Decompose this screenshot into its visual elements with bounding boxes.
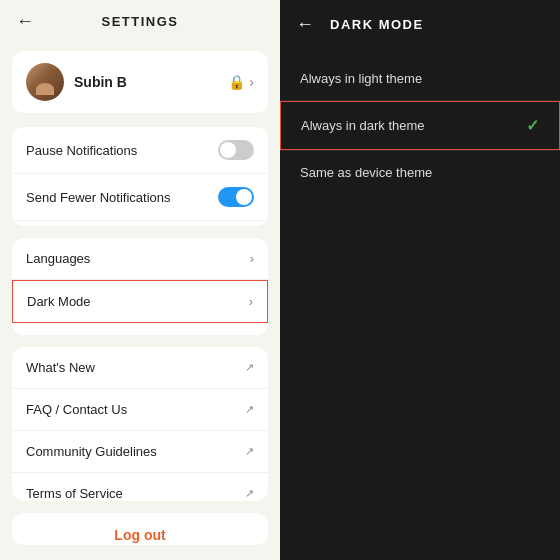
spatial-audio-item[interactable]: Spatial Audio <box>12 323 268 334</box>
profile-left: Subin B <box>26 63 127 101</box>
device-theme-label: Same as device theme <box>300 165 432 180</box>
whats-new-item[interactable]: What's New ↗ <box>12 347 268 389</box>
community-item[interactable]: Community Guidelines ↗ <box>12 431 268 473</box>
dark-mode-label: Dark Mode <box>27 294 91 309</box>
profile-name: Subin B <box>74 74 127 90</box>
dark-mode-options: Always in light theme Always in dark the… <box>280 57 560 194</box>
terms-item[interactable]: Terms of Service ↗ <box>12 473 268 501</box>
fewer-notifications-label: Send Fewer Notifications <box>26 190 171 205</box>
settings-title: SETTINGS <box>101 14 178 29</box>
notification-settings-item[interactable]: Notification Settings › <box>12 221 268 226</box>
whats-new-label: What's New <box>26 360 95 375</box>
settings-panel: ← SETTINGS Subin B 🔒 › Pause Notificatio… <box>0 0 280 560</box>
profile-arrow: › <box>249 74 254 90</box>
links-group: What's New ↗ FAQ / Contact Us ↗ Communit… <box>12 347 268 501</box>
dark-theme-option[interactable]: Always in dark theme ✓ <box>280 101 560 150</box>
dark-mode-arrow: › <box>249 294 253 309</box>
languages-label: Languages <box>26 251 90 266</box>
community-label: Community Guidelines <box>26 444 157 459</box>
pause-notifications-label: Pause Notifications <box>26 143 137 158</box>
community-arrow: ↗ <box>245 445 254 458</box>
dark-theme-label: Always in dark theme <box>301 118 425 133</box>
logout-section: Log out <box>12 513 268 545</box>
languages-arrow: › <box>250 251 254 266</box>
light-theme-option[interactable]: Always in light theme <box>280 57 560 101</box>
avatar <box>26 63 64 101</box>
faq-item[interactable]: FAQ / Contact Us ↗ <box>12 389 268 431</box>
device-theme-option[interactable]: Same as device theme <box>280 150 560 194</box>
settings-header: ← SETTINGS <box>0 0 280 43</box>
fewer-notifications-toggle[interactable] <box>218 187 254 207</box>
preferences-group: Languages › Dark Mode › Spatial Audio <box>12 238 268 334</box>
faq-label: FAQ / Contact Us <box>26 402 127 417</box>
dark-mode-title: DARK MODE <box>330 17 424 32</box>
back-button[interactable]: ← <box>16 11 34 32</box>
languages-item[interactable]: Languages › <box>12 238 268 280</box>
profile-right: 🔒 › <box>228 74 254 90</box>
dark-mode-header: ← DARK MODE <box>280 0 560 49</box>
whats-new-arrow: ↗ <box>245 361 254 374</box>
terms-arrow: ↗ <box>245 487 254 500</box>
terms-label: Terms of Service <box>26 486 123 501</box>
dark-mode-back-button[interactable]: ← <box>296 14 314 35</box>
pause-notifications-item[interactable]: Pause Notifications <box>12 127 268 174</box>
notifications-group: Pause Notifications Send Fewer Notificat… <box>12 127 268 226</box>
pause-notifications-toggle[interactable] <box>218 140 254 160</box>
fewer-notifications-item[interactable]: Send Fewer Notifications <box>12 174 268 221</box>
dark-mode-item[interactable]: Dark Mode › <box>12 280 268 323</box>
light-theme-label: Always in light theme <box>300 71 422 86</box>
profile-section[interactable]: Subin B 🔒 › <box>12 51 268 113</box>
faq-arrow: ↗ <box>245 403 254 416</box>
dark-mode-panel: ← DARK MODE Always in light theme Always… <box>280 0 560 560</box>
logout-button[interactable]: Log out <box>12 513 268 545</box>
lock-icon: 🔒 <box>228 74 245 90</box>
check-mark-icon: ✓ <box>526 116 539 135</box>
